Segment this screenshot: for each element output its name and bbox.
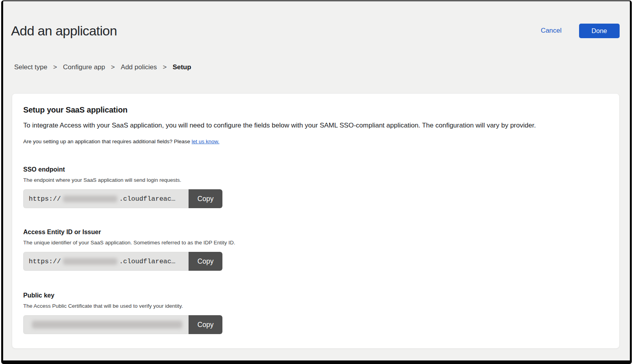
breadcrumb-separator: > — [111, 63, 115, 71]
card-title: Setup your SaaS application — [23, 105, 608, 115]
page-header: Add an application Cancel Done — [11, 22, 620, 39]
field-value-suffix: .cloudflareac… — [119, 195, 176, 203]
app-window: Add an application Cancel Done Select ty… — [1, 0, 632, 364]
card-note: Are you setting up an application that r… — [23, 138, 608, 146]
breadcrumb-separator: > — [163, 63, 167, 71]
breadcrumb-item-configure-app[interactable]: Configure app — [63, 63, 105, 71]
redacted-value — [63, 196, 117, 202]
field-value-prefix: https:// — [29, 258, 61, 265]
breadcrumb-separator: > — [53, 63, 57, 71]
copy-field-entity-id: https:// .cloudflareac… Copy — [23, 252, 222, 271]
field-section-public-key: Public key The Access Public Certificate… — [23, 291, 608, 334]
breadcrumb: Select type > Configure app > Add polici… — [14, 63, 630, 71]
copy-button[interactable]: Copy — [189, 315, 222, 334]
card-intro: To integrate Access with your SaaS appli… — [23, 120, 608, 131]
copy-field-sso-endpoint: https:// .cloudflareac… Copy — [23, 189, 222, 208]
page-title: Add an application — [11, 22, 117, 39]
field-value-suffix: .cloudflareac… — [119, 258, 176, 265]
field-section-sso-endpoint: SSO endpoint The endpoint where your Saa… — [23, 165, 608, 208]
redacted-value — [63, 258, 117, 265]
field-label: Public key — [23, 291, 608, 300]
done-button[interactable]: Done — [579, 24, 620, 38]
field-value-prefix: https:// — [29, 195, 61, 203]
copy-field-public-key: Copy — [23, 315, 222, 334]
breadcrumb-item-select-type[interactable]: Select type — [14, 63, 47, 71]
copy-button[interactable]: Copy — [189, 252, 222, 271]
breadcrumb-item-add-policies[interactable]: Add policies — [121, 63, 157, 71]
field-description: The endpoint where your SaaS application… — [23, 176, 608, 184]
field-section-entity-id: Access Entity ID or Issuer The unique id… — [23, 228, 608, 271]
field-value: https:// .cloudflareac… — [23, 189, 189, 208]
field-label: SSO endpoint — [23, 165, 608, 174]
header-actions: Cancel Done — [541, 24, 620, 38]
field-value: https:// .cloudflareac… — [23, 252, 189, 271]
field-label: Access Entity ID or Issuer — [23, 228, 608, 237]
copy-button[interactable]: Copy — [189, 189, 222, 208]
field-description: The Access Public Certificate that will … — [23, 302, 608, 310]
let-us-know-link[interactable]: let us know. — [192, 139, 220, 144]
field-description: The unique identifier of your SaaS appli… — [23, 239, 608, 246]
field-value — [23, 315, 189, 334]
cancel-button[interactable]: Cancel — [541, 27, 562, 35]
setup-card: Setup your SaaS application To integrate… — [12, 93, 620, 349]
redacted-value — [32, 321, 182, 329]
card-note-text: Are you setting up an application that r… — [23, 139, 192, 144]
breadcrumb-item-setup: Setup — [172, 63, 191, 71]
